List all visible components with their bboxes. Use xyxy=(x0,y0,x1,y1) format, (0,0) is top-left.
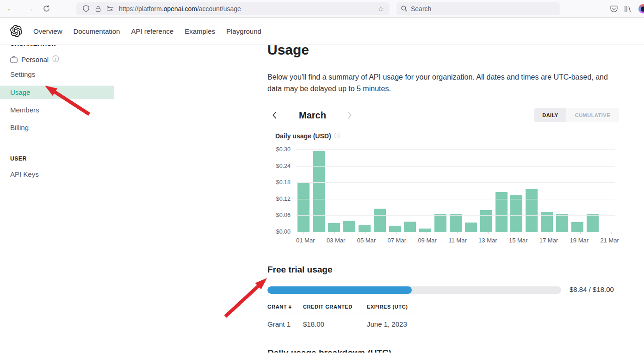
top-nav: Overview Documentation API reference Exa… xyxy=(33,27,272,35)
daily-usage-chart: $0.00$0.06$0.12$0.18$0.24$0.30 xyxy=(267,150,615,232)
chart-info-icon[interactable]: ⓘ xyxy=(334,132,341,140)
chart-bar[interactable] xyxy=(404,222,416,232)
chart-x-ticks xyxy=(296,232,619,235)
chart-bar[interactable] xyxy=(480,210,492,232)
x-tick-label: 07 Mar xyxy=(388,237,406,244)
nav-documentation[interactable]: Documentation xyxy=(74,27,120,35)
chart-bar[interactable] xyxy=(587,214,599,232)
grant-table-header: GRANT # CREDIT GRANTED EXPIRES (UTC) xyxy=(267,304,415,314)
pocket-icon[interactable] xyxy=(607,2,621,15)
sidebar-item-members[interactable]: Members xyxy=(10,103,114,117)
x-tick-label: 13 Mar xyxy=(478,237,497,244)
y-tick-label: $0.30 xyxy=(276,146,291,153)
x-tick-label: 15 Mar xyxy=(509,237,527,244)
library-icon[interactable] xyxy=(621,2,635,15)
url-text: https://platform.openai.com/account/usag… xyxy=(119,5,376,12)
month-label: March xyxy=(299,110,326,121)
site-header: Overview Documentation API reference Exa… xyxy=(0,18,644,45)
y-tick-label: $0.18 xyxy=(276,179,291,186)
grant-table-row: Grant 1 $18.00 June 1, 2023 xyxy=(267,314,415,328)
cumulative-toggle-button[interactable]: CUMULATIVE xyxy=(566,108,619,122)
chart-bar[interactable] xyxy=(510,195,522,232)
site-permissions-icon[interactable] xyxy=(104,3,116,15)
url-bar[interactable]: https://platform.openai.com/account/usag… xyxy=(76,2,390,15)
y-tick-label: $0.00 xyxy=(276,229,291,235)
sidebar-item-api-keys[interactable]: API Keys xyxy=(10,167,114,181)
free-trial-progress: $8.84 / $18.00 xyxy=(267,285,619,294)
x-tick-label: 21 Mar xyxy=(600,237,619,244)
page-description: Below you'll find a summary of API usage… xyxy=(267,71,615,94)
grant-table: GRANT # CREDIT GRANTED EXPIRES (UTC) Gra… xyxy=(267,304,415,328)
browser-forward-icon[interactable]: → xyxy=(23,2,37,15)
chart-bar[interactable] xyxy=(389,226,401,232)
nav-api-reference[interactable]: API reference xyxy=(131,27,173,35)
daily-toggle-button[interactable]: DAILY xyxy=(534,108,566,122)
chart-bar[interactable] xyxy=(556,214,568,232)
bookmark-star-icon[interactable]: ☆ xyxy=(376,5,386,13)
chart-x-labels: 01 Mar03 Mar05 Mar07 Mar09 Mar11 Mar13 M… xyxy=(296,237,619,244)
credit-granted-cell: $18.00 xyxy=(303,320,367,328)
chart-bar[interactable] xyxy=(465,223,477,232)
browser-toolbar: ← → https://platform.openai.com/account/… xyxy=(0,0,644,18)
x-tick-label: 01 Mar xyxy=(296,237,315,244)
main-content: Usage Below you'll find a summary of API… xyxy=(114,45,644,353)
month-navigator: March DAILY CUMULATIVE xyxy=(267,108,619,122)
col-grant-number: GRANT # xyxy=(267,304,303,310)
profile-avatar[interactable] xyxy=(638,4,644,13)
chart-bars xyxy=(296,150,615,232)
expires-cell: June 1, 2023 xyxy=(367,320,415,328)
chart-plot xyxy=(296,150,615,232)
chart-bar[interactable] xyxy=(419,229,431,232)
progress-label: $8.84 / $18.00 xyxy=(570,285,614,294)
chart-bar[interactable] xyxy=(526,189,538,232)
tracking-protection-shield-icon[interactable] xyxy=(80,3,92,15)
chart-title: Daily usage (USD) xyxy=(275,132,331,140)
x-tick-label: 09 Mar xyxy=(418,237,436,244)
chart-bar[interactable] xyxy=(450,214,462,232)
x-tick-label: 17 Mar xyxy=(539,237,558,244)
briefcase-icon xyxy=(10,56,18,63)
chart-bar[interactable] xyxy=(343,221,355,232)
previous-month-chevron-icon[interactable] xyxy=(269,110,279,120)
x-tick-label: 11 Mar xyxy=(448,237,467,244)
sidebar-item-usage[interactable]: Usage xyxy=(0,86,114,99)
chart-bar[interactable] xyxy=(313,151,325,232)
chart-bar[interactable] xyxy=(495,192,508,232)
chart-bar[interactable] xyxy=(328,223,340,232)
sidebar: ORGANIZATION Personal ⓘ Settings Usage M… xyxy=(0,45,114,353)
col-expires: EXPIRES (UTC) xyxy=(367,304,415,310)
nav-playground[interactable]: Playground xyxy=(226,27,261,35)
chart-bar[interactable] xyxy=(374,209,386,232)
y-tick-label: $0.06 xyxy=(276,212,291,218)
user-section-label: USER xyxy=(10,155,114,162)
chart-bar[interactable] xyxy=(571,222,583,232)
next-month-chevron-icon[interactable] xyxy=(345,110,355,120)
org-name: Personal xyxy=(21,56,49,63)
browser-back-icon[interactable]: ← xyxy=(4,2,18,15)
info-icon[interactable]: ⓘ xyxy=(52,55,59,63)
x-tick-label: 03 Mar xyxy=(327,237,345,244)
search-placeholder: Search xyxy=(411,5,431,12)
y-tick-label: $0.12 xyxy=(276,196,291,202)
chart-bar[interactable] xyxy=(297,182,310,232)
y-tick-label: $0.24 xyxy=(276,163,291,169)
lock-icon[interactable] xyxy=(92,3,104,15)
browser-reload-icon[interactable] xyxy=(39,2,53,15)
progress-fill xyxy=(267,286,412,294)
free-trial-heading: Free trial usage xyxy=(267,265,619,275)
breakdown-heading: Daily usage breakdown (UTC) xyxy=(267,348,619,353)
org-selector[interactable]: Personal ⓘ xyxy=(10,55,114,63)
chart-bar[interactable] xyxy=(434,214,446,232)
openai-logo-icon[interactable] xyxy=(10,25,22,37)
nav-examples[interactable]: Examples xyxy=(185,27,215,35)
chart-y-axis: $0.00$0.06$0.12$0.18$0.24$0.30 xyxy=(267,150,296,232)
progress-track xyxy=(267,286,561,294)
browser-search-bar[interactable]: Search xyxy=(396,2,560,15)
nav-overview[interactable]: Overview xyxy=(33,27,62,35)
daily-cumulative-toggle: DAILY CUMULATIVE xyxy=(534,108,619,122)
sidebar-item-billing[interactable]: Billing xyxy=(10,121,114,134)
chart-bar[interactable] xyxy=(359,225,371,232)
sidebar-item-settings[interactable]: Settings xyxy=(10,68,114,81)
grant-number-cell: Grant 1 xyxy=(267,320,303,328)
org-section-label: ORGANIZATION xyxy=(10,45,114,47)
